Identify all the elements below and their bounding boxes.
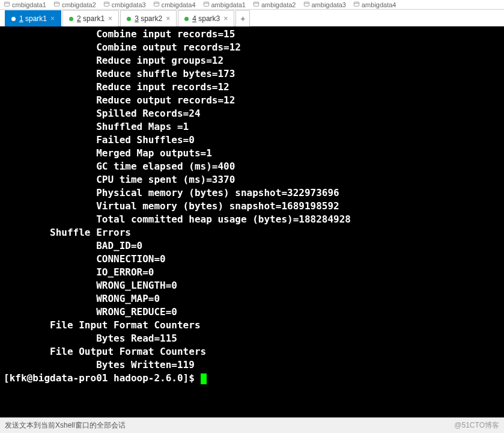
close-icon[interactable]: × [108,14,112,23]
terminal-output[interactable]: Combine input records=15 Combine output … [0,26,504,417]
new-tab-button[interactable]: + [235,10,250,26]
status-bar: 发送文本到当前Xshell窗口的全部会话 @51CTO博客 [0,417,504,433]
tab-label: 2 spark1 [77,14,105,23]
status-text: 发送文本到当前Xshell窗口的全部会话 [5,420,126,431]
svg-rect-10 [254,2,258,6]
close-icon[interactable]: × [166,14,170,23]
tab-label: 1 spark1 [19,14,47,23]
tab-spark2-3[interactable]: 3 spark2× [120,10,177,26]
cursor [201,373,207,384]
bookmark-ambigdata1[interactable]: ambigdata1 [203,1,246,8]
svg-rect-4 [104,2,109,6]
bookmark-cmbigdata1[interactable]: cmbigdata1 [4,1,46,8]
tab-label: 3 spark2 [135,14,162,23]
watermark: @51CTO博客 [454,420,499,431]
svg-rect-8 [204,2,208,6]
svg-rect-14 [354,2,359,6]
tab-label: 4 spark3 [192,14,220,23]
tab-spark3-4[interactable]: 4 spark3× [178,10,234,26]
tab-spark1-2[interactable]: 2 spark1× [62,10,119,26]
shell-prompt: [kfk@bigdata-pro01 hadoop-2.6.0]$ [4,372,201,384]
bookmark-ambigdata3[interactable]: ambigdata3 [303,1,347,8]
status-dot-icon [127,17,131,21]
status-dot-icon [11,17,16,21]
bookmark-bar: cmbigdata1cmbigdata2cmbigdata3cmbigdata4… [0,0,504,10]
close-icon[interactable]: × [50,14,55,23]
tab-spark1-1[interactable]: 1 spark1× [5,10,61,26]
bookmark-ambigdata2[interactable]: ambigdata2 [253,1,296,8]
bookmark-ambigdata4[interactable]: ambigdata4 [353,1,396,8]
bookmark-cmbigdata3[interactable]: cmbigdata3 [103,1,146,8]
svg-rect-0 [4,2,9,6]
svg-rect-6 [154,2,159,6]
tab-bar: 1 spark1×2 spark1×3 spark2×4 spark3×+ [0,10,504,26]
bookmark-cmbigdata2[interactable]: cmbigdata2 [53,1,96,8]
status-dot-icon [184,17,189,21]
status-dot-icon [69,17,73,21]
bookmark-cmbigdata4[interactable]: cmbigdata4 [153,1,196,8]
close-icon[interactable]: × [223,14,228,23]
svg-rect-2 [54,2,59,6]
svg-rect-12 [304,2,309,6]
